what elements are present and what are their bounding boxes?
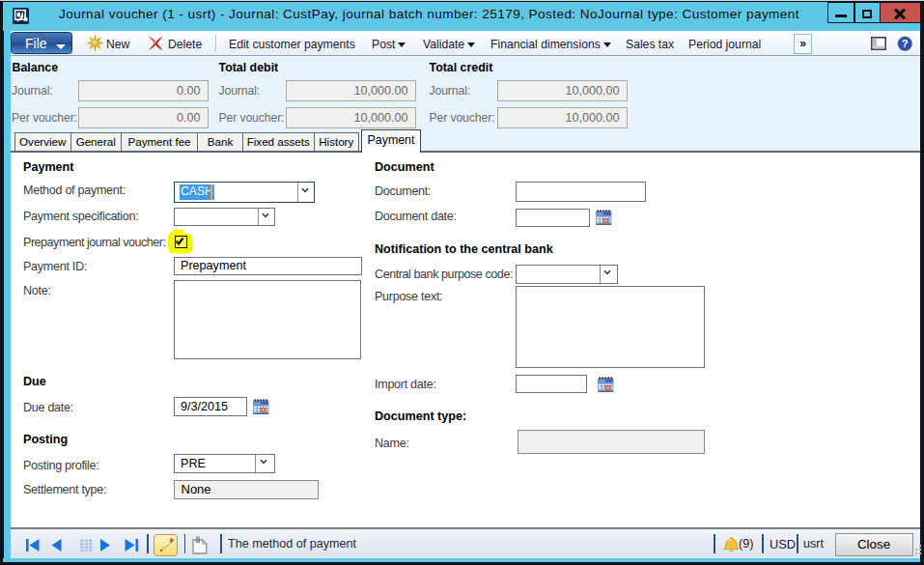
svg-text:?: ? <box>902 38 909 49</box>
